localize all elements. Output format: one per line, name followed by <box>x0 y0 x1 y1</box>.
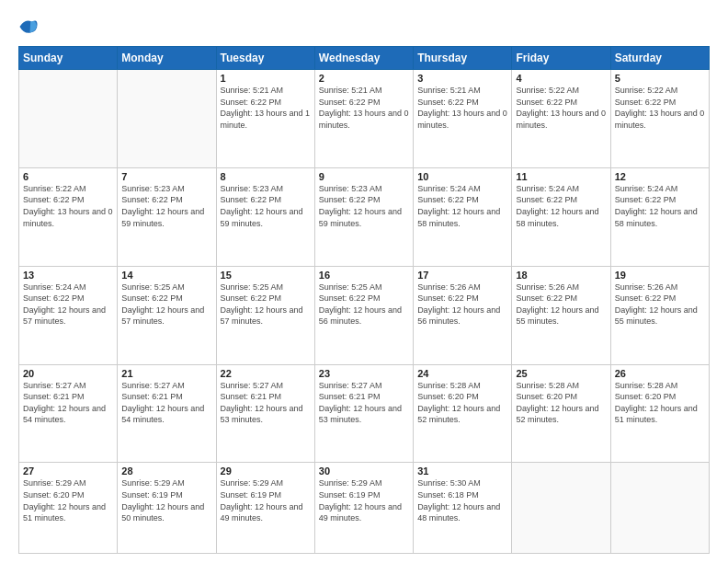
day-number: 29 <box>221 465 311 477</box>
calendar-table: Sunday Monday Tuesday Wednesday Thursday… <box>18 46 710 554</box>
calendar-week-row: 20Sunrise: 5:27 AM Sunset: 6:21 PM Dayli… <box>19 364 710 463</box>
day-info: Sunrise: 5:24 AM Sunset: 6:22 PM Dayligh… <box>516 183 606 229</box>
calendar-cell: 9Sunrise: 5:23 AM Sunset: 6:22 PM Daylig… <box>314 167 413 266</box>
calendar-cell: 11Sunrise: 5:24 AM Sunset: 6:22 PM Dayli… <box>512 167 610 266</box>
day-info: Sunrise: 5:26 AM Sunset: 6:22 PM Dayligh… <box>516 282 606 327</box>
calendar-cell: 7Sunrise: 5:23 AM Sunset: 6:22 PM Daylig… <box>118 167 216 266</box>
day-info: Sunrise: 5:22 AM Sunset: 6:22 PM Dayligh… <box>23 183 113 229</box>
calendar-week-row: 6Sunrise: 5:22 AM Sunset: 6:22 PM Daylig… <box>19 167 710 266</box>
day-number: 22 <box>221 368 311 379</box>
day-info: Sunrise: 5:29 AM Sunset: 6:19 PM Dayligh… <box>319 477 409 523</box>
day-info: Sunrise: 5:27 AM Sunset: 6:21 PM Dayligh… <box>121 380 211 426</box>
header-saturday: Saturday <box>610 47 709 70</box>
header-sunday: Sunday <box>19 47 118 70</box>
day-number: 30 <box>319 465 409 477</box>
day-info: Sunrise: 5:28 AM Sunset: 6:20 PM Dayligh… <box>615 380 705 426</box>
calendar-cell: 13Sunrise: 5:24 AM Sunset: 6:22 PM Dayli… <box>19 266 118 364</box>
day-info: Sunrise: 5:25 AM Sunset: 6:22 PM Dayligh… <box>221 282 311 327</box>
day-number: 2 <box>319 73 409 84</box>
day-number: 5 <box>615 73 705 84</box>
calendar-cell: 24Sunrise: 5:28 AM Sunset: 6:20 PM Dayli… <box>414 364 512 463</box>
calendar-cell: 22Sunrise: 5:27 AM Sunset: 6:21 PM Dayli… <box>216 364 314 463</box>
day-number: 3 <box>417 73 507 84</box>
calendar-cell: 5Sunrise: 5:22 AM Sunset: 6:22 PM Daylig… <box>610 70 709 168</box>
calendar-cell: 14Sunrise: 5:25 AM Sunset: 6:22 PM Dayli… <box>118 266 216 364</box>
calendar-cell: 18Sunrise: 5:26 AM Sunset: 6:22 PM Dayli… <box>512 266 610 364</box>
day-info: Sunrise: 5:21 AM Sunset: 6:22 PM Dayligh… <box>221 85 311 131</box>
calendar-week-row: 1Sunrise: 5:21 AM Sunset: 6:22 PM Daylig… <box>19 70 710 168</box>
day-number: 8 <box>221 171 311 182</box>
day-number: 31 <box>417 465 507 477</box>
day-number: 1 <box>221 73 311 84</box>
calendar-cell: 15Sunrise: 5:25 AM Sunset: 6:22 PM Dayli… <box>216 266 314 364</box>
day-info: Sunrise: 5:24 AM Sunset: 6:22 PM Dayligh… <box>23 282 113 327</box>
weekday-header-row: Sunday Monday Tuesday Wednesday Thursday… <box>19 47 710 70</box>
calendar-cell: 29Sunrise: 5:29 AM Sunset: 6:19 PM Dayli… <box>216 463 314 554</box>
calendar-cell: 25Sunrise: 5:28 AM Sunset: 6:20 PM Dayli… <box>512 364 610 463</box>
day-info: Sunrise: 5:27 AM Sunset: 6:21 PM Dayligh… <box>221 380 311 426</box>
header-tuesday: Tuesday <box>216 47 314 70</box>
header-wednesday: Wednesday <box>314 47 413 70</box>
day-number: 20 <box>23 368 113 379</box>
day-number: 18 <box>516 270 606 281</box>
logo-icon <box>18 17 39 37</box>
day-info: Sunrise: 5:25 AM Sunset: 6:22 PM Dayligh… <box>319 282 409 327</box>
day-info: Sunrise: 5:23 AM Sunset: 6:22 PM Dayligh… <box>221 183 311 229</box>
day-info: Sunrise: 5:28 AM Sunset: 6:20 PM Dayligh… <box>417 380 507 426</box>
header-monday: Monday <box>118 47 216 70</box>
day-info: Sunrise: 5:24 AM Sunset: 6:22 PM Dayligh… <box>615 183 705 229</box>
day-info: Sunrise: 5:23 AM Sunset: 6:22 PM Dayligh… <box>319 183 409 229</box>
day-number: 28 <box>121 465 211 477</box>
calendar-cell <box>512 463 610 554</box>
calendar-cell: 6Sunrise: 5:22 AM Sunset: 6:22 PM Daylig… <box>19 167 118 266</box>
calendar-cell: 20Sunrise: 5:27 AM Sunset: 6:21 PM Dayli… <box>19 364 118 463</box>
day-number: 26 <box>615 368 705 379</box>
day-number: 25 <box>516 368 606 379</box>
day-number: 6 <box>23 171 113 182</box>
day-number: 16 <box>319 270 409 281</box>
page: Sunday Monday Tuesday Wednesday Thursday… <box>0 0 728 563</box>
calendar-cell: 17Sunrise: 5:26 AM Sunset: 6:22 PM Dayli… <box>414 266 512 364</box>
day-info: Sunrise: 5:24 AM Sunset: 6:22 PM Dayligh… <box>417 183 507 229</box>
calendar-cell: 27Sunrise: 5:29 AM Sunset: 6:20 PM Dayli… <box>19 463 118 554</box>
day-info: Sunrise: 5:22 AM Sunset: 6:22 PM Dayligh… <box>615 85 705 131</box>
calendar-cell: 10Sunrise: 5:24 AM Sunset: 6:22 PM Dayli… <box>414 167 512 266</box>
day-number: 27 <box>23 465 113 477</box>
day-number: 13 <box>23 270 113 281</box>
day-info: Sunrise: 5:30 AM Sunset: 6:18 PM Dayligh… <box>417 477 507 523</box>
calendar-cell: 21Sunrise: 5:27 AM Sunset: 6:21 PM Dayli… <box>118 364 216 463</box>
day-number: 9 <box>319 171 409 182</box>
calendar-cell: 30Sunrise: 5:29 AM Sunset: 6:19 PM Dayli… <box>314 463 413 554</box>
day-number: 10 <box>417 171 507 182</box>
day-info: Sunrise: 5:25 AM Sunset: 6:22 PM Dayligh… <box>121 282 211 327</box>
header <box>18 17 710 37</box>
calendar-cell: 1Sunrise: 5:21 AM Sunset: 6:22 PM Daylig… <box>216 70 314 168</box>
day-info: Sunrise: 5:22 AM Sunset: 6:22 PM Dayligh… <box>516 85 606 131</box>
header-thursday: Thursday <box>414 47 512 70</box>
calendar-week-row: 27Sunrise: 5:29 AM Sunset: 6:20 PM Dayli… <box>19 463 710 554</box>
calendar-week-row: 13Sunrise: 5:24 AM Sunset: 6:22 PM Dayli… <box>19 266 710 364</box>
calendar-cell: 31Sunrise: 5:30 AM Sunset: 6:18 PM Dayli… <box>414 463 512 554</box>
calendar-cell: 3Sunrise: 5:21 AM Sunset: 6:22 PM Daylig… <box>414 70 512 168</box>
day-info: Sunrise: 5:28 AM Sunset: 6:20 PM Dayligh… <box>516 380 606 426</box>
day-info: Sunrise: 5:23 AM Sunset: 6:22 PM Dayligh… <box>121 183 211 229</box>
day-info: Sunrise: 5:29 AM Sunset: 6:19 PM Dayligh… <box>221 477 311 523</box>
calendar-cell <box>610 463 709 554</box>
logo <box>18 17 40 37</box>
day-info: Sunrise: 5:27 AM Sunset: 6:21 PM Dayligh… <box>23 380 113 426</box>
day-info: Sunrise: 5:27 AM Sunset: 6:21 PM Dayligh… <box>319 380 409 426</box>
calendar-cell: 23Sunrise: 5:27 AM Sunset: 6:21 PM Dayli… <box>314 364 413 463</box>
day-number: 7 <box>121 171 211 182</box>
calendar-cell: 19Sunrise: 5:26 AM Sunset: 6:22 PM Dayli… <box>610 266 709 364</box>
day-number: 15 <box>221 270 311 281</box>
calendar-cell <box>118 70 216 168</box>
day-number: 4 <box>516 73 606 84</box>
day-info: Sunrise: 5:29 AM Sunset: 6:19 PM Dayligh… <box>121 477 211 523</box>
header-friday: Friday <box>512 47 610 70</box>
day-number: 17 <box>417 270 507 281</box>
day-info: Sunrise: 5:21 AM Sunset: 6:22 PM Dayligh… <box>319 85 409 131</box>
calendar-cell: 26Sunrise: 5:28 AM Sunset: 6:20 PM Dayli… <box>610 364 709 463</box>
day-number: 11 <box>516 171 606 182</box>
day-number: 24 <box>417 368 507 379</box>
day-number: 23 <box>319 368 409 379</box>
